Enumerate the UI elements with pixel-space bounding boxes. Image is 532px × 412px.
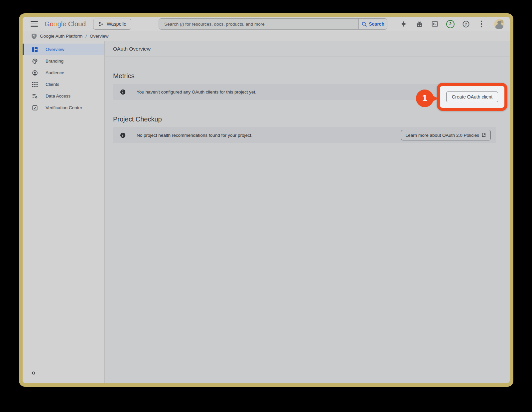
console-screen: GoogleCloud Waspello Search xyxy=(23,17,510,383)
page-title: OAuth Overview xyxy=(113,46,151,52)
page-header: OAuth Overview xyxy=(105,41,510,57)
search-button[interactable]: Search xyxy=(358,19,387,29)
annotation-highlight-box: Create OAuth client xyxy=(437,83,507,111)
project-checkup-banner-text: No project health recommendations found … xyxy=(137,133,252,138)
gift-icon[interactable] xyxy=(415,20,424,28)
more-vert-icon[interactable] xyxy=(477,20,486,28)
top-bar-actions: 2 ? xyxy=(399,19,504,29)
sidebar-item-verification-center[interactable]: Verification Center xyxy=(23,102,104,113)
cloud-shell-icon[interactable] xyxy=(431,20,439,28)
sidebar-item-branding[interactable]: Branding xyxy=(23,55,104,67)
project-checkup-heading: Project Checkup xyxy=(113,115,496,123)
user-avatar[interactable] xyxy=(494,19,504,29)
apps-grid-icon xyxy=(32,82,38,88)
learn-more-label: Learn more about OAuth 2.0 Policies xyxy=(406,133,479,138)
gemini-sparkle-icon[interactable] xyxy=(399,20,408,28)
breadcrumb-separator: / xyxy=(85,34,87,39)
menu-icon[interactable] xyxy=(31,20,39,28)
top-bar: GoogleCloud Waspello Search xyxy=(23,17,510,31)
collapse-sidebar-icon[interactable] xyxy=(31,370,37,377)
breadcrumb-root[interactable]: Google Auth Platform xyxy=(40,34,82,39)
sidebar-item-audience[interactable]: Audience xyxy=(23,67,104,79)
notification-count: 2 xyxy=(449,22,452,26)
sidebar-item-clients[interactable]: Clients xyxy=(23,79,104,90)
logo-letter: e xyxy=(63,20,66,28)
annotation-step-number: 1 xyxy=(422,93,427,103)
sidebar-item-label: Audience xyxy=(46,70,64,75)
sidebar-item-overview[interactable]: Overview xyxy=(23,44,104,55)
search-input[interactable] xyxy=(159,19,358,29)
breadcrumb-current[interactable]: Overview xyxy=(90,34,108,39)
global-search: Search xyxy=(159,18,387,30)
logo-letter: o xyxy=(50,20,54,28)
dashboard-icon xyxy=(32,47,38,53)
search-button-label: Search xyxy=(369,21,384,27)
sidebar-item-label: Overview xyxy=(46,47,64,52)
project-icon xyxy=(98,21,104,27)
search-icon xyxy=(361,21,367,27)
metrics-heading: Metrics xyxy=(113,72,496,80)
sidebar-item-label: Branding xyxy=(46,59,64,64)
svg-text:?: ? xyxy=(465,22,467,26)
learn-more-oauth-policies-button[interactable]: Learn more about OAuth 2.0 Policies xyxy=(401,130,491,140)
logo-letter: g xyxy=(57,20,61,28)
annotation-step-marker: 1 xyxy=(416,90,434,107)
external-link-icon xyxy=(481,133,486,137)
project-checkup-banner: No project health recommendations found … xyxy=(113,127,496,143)
check-box-icon xyxy=(32,105,38,111)
avatar-head xyxy=(497,21,501,24)
palette-icon xyxy=(32,58,38,64)
info-icon xyxy=(120,89,126,95)
browser-window-frame: GoogleCloud Waspello Search xyxy=(19,13,513,387)
sidebar-nav: Overview Branding xyxy=(23,41,105,383)
sidebar-item-label: Verification Center xyxy=(46,105,82,110)
project-selector[interactable]: Waspello xyxy=(93,19,131,30)
sidebar-item-label: Data Access xyxy=(46,94,70,99)
help-icon[interactable]: ? xyxy=(462,20,470,28)
logo-letter: o xyxy=(54,20,57,28)
breadcrumb: Google Auth Platform / Overview xyxy=(23,31,510,41)
person-icon xyxy=(32,70,38,76)
logo-cloud-text: Cloud xyxy=(68,20,86,28)
notifications-badge[interactable]: 2 xyxy=(446,20,455,28)
list-settings-icon xyxy=(32,93,38,99)
project-name: Waspello xyxy=(107,21,126,27)
create-oauth-client-button[interactable]: Create OAuth client xyxy=(446,92,498,102)
info-icon xyxy=(120,132,126,138)
sidebar-item-label: Clients xyxy=(46,82,59,87)
metrics-banner-text: You haven't configured any OAuth clients… xyxy=(137,90,256,95)
shield-key-icon xyxy=(31,33,37,39)
logo-letter: G xyxy=(45,20,50,28)
google-cloud-logo[interactable]: GoogleCloud xyxy=(45,20,86,28)
sidebar-item-data-access[interactable]: Data Access xyxy=(23,90,104,102)
avatar-torso xyxy=(495,24,503,29)
